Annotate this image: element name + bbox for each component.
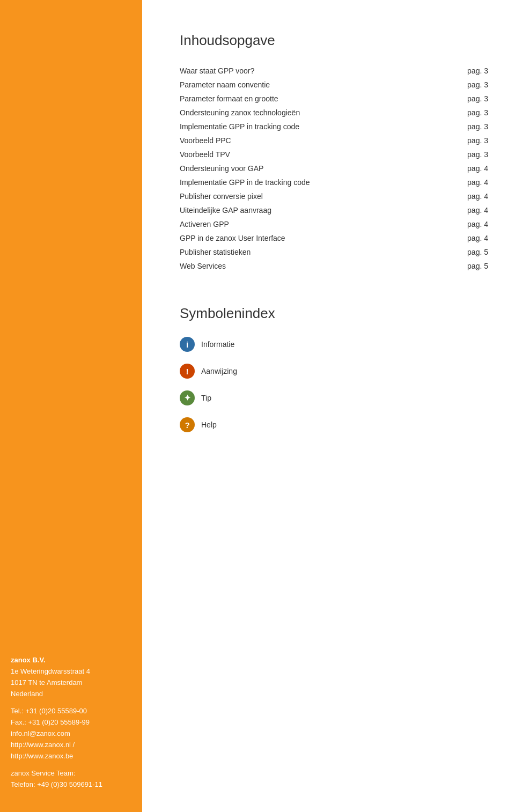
toc-item-label: GPP in de zanox User Interface xyxy=(180,231,411,245)
toc-item-label: Implementatie GPP in de tracking code xyxy=(180,175,411,189)
symbol-item: ? Help xyxy=(180,417,488,432)
sidebar: zanox B.V. 1e Weteringdwarsstraat 4 1017… xyxy=(0,0,142,812)
warning-icon: ! xyxy=(180,364,195,379)
address-line1: 1e Weteringdwarsstraat 4 xyxy=(11,666,131,677)
symbol-item: ✦ Tip xyxy=(180,390,488,405)
toc-item-page: pag. 3 xyxy=(411,106,488,120)
toc-item-page: pag. 3 xyxy=(411,78,488,92)
toc-row: Waar staat GPP voor? pag. 3 xyxy=(180,64,488,78)
tip-icon: ✦ xyxy=(180,390,195,405)
toc-item-label: Voorbeeld TPV xyxy=(180,147,411,161)
toc-item-page: pag. 4 xyxy=(411,161,488,175)
toc-item-page: pag. 3 xyxy=(411,92,488,106)
symbol-label: Help xyxy=(201,420,217,429)
website: http://www.zanox.nl / http://www.zanox.b… xyxy=(11,740,131,762)
toc-row: Voorbeeld PPC pag. 3 xyxy=(180,134,488,147)
symbol-item: i Informatie xyxy=(180,337,488,352)
toc-row: Implementatie GPP in tracking code pag. … xyxy=(180,120,488,134)
help-icon: ? xyxy=(180,417,195,432)
toc-title: Inhoudsopgave xyxy=(180,32,488,49)
company-name: zanox B.V. xyxy=(11,655,131,666)
toc-item-label: Parameter naam conventie xyxy=(180,78,411,92)
toc-item-page: pag. 5 xyxy=(411,259,488,273)
address-line3: Nederland xyxy=(11,689,131,700)
tel: Tel.: +31 (0)20 55589-00 xyxy=(11,706,131,717)
toc-row: Voorbeeld TPV pag. 3 xyxy=(180,147,488,161)
toc-row: Implementatie GPP in de tracking code pa… xyxy=(180,175,488,189)
toc-item-label: Publisher statistieken xyxy=(180,245,411,259)
info-icon: i xyxy=(180,337,195,352)
toc-item-page: pag. 3 xyxy=(411,147,488,161)
toc-item-page: pag. 4 xyxy=(411,175,488,189)
email: info.nl@zanox.com xyxy=(11,728,131,740)
toc-item-page: pag. 4 xyxy=(411,231,488,245)
toc-item-label: Parameter formaat en grootte xyxy=(180,92,411,106)
toc-row: Ondersteuning zanox technologieën pag. 3 xyxy=(180,106,488,120)
symbol-label: Aanwijzing xyxy=(201,367,237,375)
symbol-item: ! Aanwijzing xyxy=(180,364,488,379)
toc-item-page: pag. 4 xyxy=(411,189,488,203)
toc-item-label: Ondersteuning voor GAP xyxy=(180,161,411,175)
toc-row: Uiteindelijke GAP aanvraag pag. 4 xyxy=(180,203,488,217)
toc-item-label: Uiteindelijke GAP aanvraag xyxy=(180,203,411,217)
toc-row: Publisher statistieken pag. 5 xyxy=(180,245,488,259)
toc-item-label: Activeren GPP xyxy=(180,217,411,231)
toc-table: Waar staat GPP voor? pag. 3 Parameter na… xyxy=(180,64,488,273)
toc-row: Ondersteuning voor GAP pag. 4 xyxy=(180,161,488,175)
toc-row: Parameter naam conventie pag. 3 xyxy=(180,78,488,92)
toc-item-label: Web Services xyxy=(180,259,411,273)
toc-item-label: Ondersteuning zanox technologieën xyxy=(180,106,411,120)
toc-item-page: pag. 5 xyxy=(411,245,488,259)
toc-item-page: pag. 3 xyxy=(411,64,488,78)
toc-row: Parameter formaat en grootte pag. 3 xyxy=(180,92,488,106)
service-tel: Telefon: +49 (0)30 509691-11 xyxy=(11,779,131,791)
symbols-title: Symbolenindex xyxy=(180,305,488,322)
toc-item-page: pag. 4 xyxy=(411,217,488,231)
fax: Fax.: +31 (0)20 55589-99 xyxy=(11,717,131,728)
address-line2: 1017 TN te Amsterdam xyxy=(11,677,131,689)
toc-item-page: pag. 3 xyxy=(411,134,488,147)
symbol-label: Informatie xyxy=(201,340,234,349)
toc-item-label: Waar staat GPP voor? xyxy=(180,64,411,78)
toc-item-page: pag. 3 xyxy=(411,120,488,134)
toc-section: Inhoudsopgave Waar staat GPP voor? pag. … xyxy=(180,32,488,273)
toc-row: Publisher conversie pixel pag. 4 xyxy=(180,189,488,203)
toc-item-label: Publisher conversie pixel xyxy=(180,189,411,203)
main-content: Inhoudsopgave Waar staat GPP voor? pag. … xyxy=(142,0,515,812)
sidebar-contact: zanox B.V. 1e Weteringdwarsstraat 4 1017… xyxy=(0,655,142,791)
toc-row: Web Services pag. 5 xyxy=(180,259,488,273)
toc-row: GPP in de zanox User Interface pag. 4 xyxy=(180,231,488,245)
toc-item-label: Voorbeeld PPC xyxy=(180,134,411,147)
symbol-label: Tip xyxy=(201,394,211,402)
symbols-section: Symbolenindex i Informatie ! Aanwijzing … xyxy=(180,305,488,432)
service-team: zanox Service Team: xyxy=(11,768,131,779)
toc-row: Activeren GPP pag. 4 xyxy=(180,217,488,231)
toc-item-label: Implementatie GPP in tracking code xyxy=(180,120,411,134)
toc-item-page: pag. 4 xyxy=(411,203,488,217)
